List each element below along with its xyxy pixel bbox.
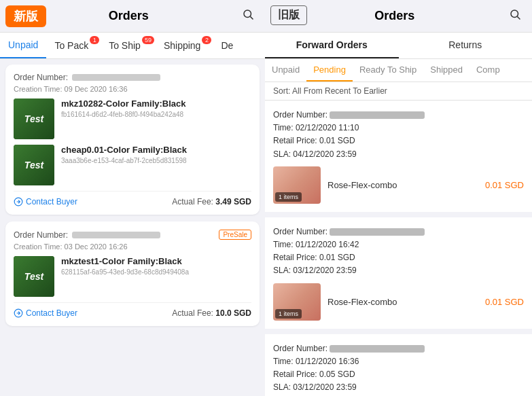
contact-buyer-btn-1[interactable]: Contact Buyer: [14, 197, 77, 206]
new-version-badge: 新版: [5, 5, 46, 27]
right-search-icon[interactable]: [509, 8, 521, 24]
right-order-number-3: [330, 345, 425, 353]
order-number-label-2: Order Number:: [14, 230, 68, 240]
old-version-badge: 旧版: [270, 5, 307, 25]
right-product-price-1: 0.01 SGD: [485, 180, 524, 190]
left-order-list: Order Number: Creation Time: 09 Dec 2020…: [0, 59, 265, 396]
tab-shipping[interactable]: Shipping 2: [156, 33, 213, 58]
fee-amount-1: 3.49 SGD: [215, 197, 251, 206]
right-product-thumb-2: 1 items: [273, 283, 321, 321]
left-tabs: Unpaid To Pack 1 To Ship 59 Shipping 2 D…: [0, 33, 265, 59]
svg-point-0: [244, 10, 251, 18]
items-badge-2: 1 items: [275, 309, 302, 319]
status-pending[interactable]: Pending: [306, 59, 353, 82]
sort-row: Sort: All From Recent To Earlier: [265, 82, 532, 101]
status-unpaid[interactable]: Unpaid: [265, 59, 306, 82]
fee-amount-2: 10.0 SGD: [215, 308, 251, 318]
tab-to-ship[interactable]: To Ship 59: [101, 33, 156, 58]
svg-point-4: [511, 10, 518, 18]
order-number-value-2: [72, 232, 160, 238]
left-search-icon[interactable]: [242, 8, 254, 24]
order-meta-1: Order Number:: [14, 73, 251, 82]
order-footer-2: Contact Buyer Actual Fee: 10.0 SGD: [14, 302, 251, 318]
svg-line-1: [250, 16, 253, 19]
product-thumb-1a: Test: [14, 98, 54, 139]
right-product-thumb-1: 1 items: [273, 166, 321, 204]
order-card-1: Order Number: Creation Time: 09 Dec 2020…: [5, 65, 260, 215]
left-header-title: Orders: [16, 9, 242, 23]
product-name-1a: mkz10282-Color Family:Black: [61, 98, 251, 109]
right-product-row-1: 1 items Rose-Flex-combo 0.01 SGD: [273, 166, 524, 204]
left-panel: 新版 ‹ Orders Unpaid To Pack 1 To Ship 59 …: [0, 0, 265, 396]
product-thumb-1b: Test: [14, 145, 54, 185]
items-badge-1: 1 items: [275, 192, 302, 202]
order-number-label-1: Order Number:: [14, 73, 68, 82]
order-footer-1: Contact Buyer Actual Fee: 3.49 SGD: [14, 191, 251, 206]
shipping-badge: 2: [202, 36, 211, 44]
right-order-item-3: Order Number: Time: 01/12/2020 16:36 Ret…: [265, 334, 532, 397]
presale-badge: PreSale: [219, 230, 251, 240]
tab-to-pack[interactable]: To Pack 1: [46, 33, 101, 58]
right-order-meta-1: Order Number: Time: 02/12/2020 11:10 Ret…: [273, 109, 524, 161]
right-product-price-2: 0.01 SGD: [485, 297, 524, 307]
product-row-1b: Test cheap0.01-Color Family:Black 3aaa3b…: [14, 145, 251, 185]
order-number-value-1: [72, 74, 160, 81]
returns-tab[interactable]: Returns: [399, 33, 533, 58]
tab-unpaid[interactable]: Unpaid: [0, 33, 46, 58]
actual-fee-1: Actual Fee: 3.49 SGD: [172, 197, 251, 206]
product-row-1a: Test mkz10282-Color Family:Black fb16161…: [14, 98, 251, 139]
status-tabs: Unpaid Pending Ready To Ship Shipped Com…: [265, 59, 532, 82]
status-shipped[interactable]: Shipped: [423, 59, 469, 82]
product-name-1b: cheap0.01-Color Family:Black: [61, 145, 251, 155]
right-panel: 旧版 ‹ Orders Forward Orders Returns Unpai…: [265, 0, 532, 396]
to-ship-badge: 59: [142, 36, 154, 44]
order-time-1: Creation Time: 09 Dec 2020 16:36: [14, 85, 251, 93]
right-product-name-2: Rose-Flex-combo: [327, 297, 478, 307]
product-info-2a: mkztest1-Color Family:Black 628115af-6a9…: [61, 256, 251, 276]
tab-delivered[interactable]: De: [213, 33, 241, 58]
product-id-1b: 3aaa3b6e-e153-4caf-ab7f-2ceb5d831598: [61, 157, 251, 164]
right-order-number-1: [330, 111, 425, 119]
product-name-2a: mkztest1-Color Family:Black: [61, 256, 251, 266]
status-completed[interactable]: Comp: [469, 59, 507, 82]
contact-buyer-btn-2[interactable]: Contact Buyer: [14, 308, 77, 318]
order-meta-2: Order Number: PreSale: [14, 230, 251, 240]
status-ready-to-ship[interactable]: Ready To Ship: [353, 59, 423, 82]
to-pack-badge: 1: [90, 36, 99, 44]
right-order-list: Order Number: Time: 02/12/2020 11:10 Ret…: [265, 101, 532, 396]
product-info-1a: mkz10282-Color Family:Black fb161614-d6d…: [61, 98, 251, 118]
right-order-number-2: [330, 228, 425, 236]
product-id-1a: fb161614-d6d2-4feb-88f0-f494ba242a48: [61, 111, 251, 118]
right-order-meta-3: Order Number: Time: 01/12/2020 16:36 Ret…: [273, 342, 524, 395]
right-header-title: Orders: [281, 9, 509, 23]
order-card-2: Order Number: PreSale Creation Time: 03 …: [5, 221, 260, 326]
right-order-meta-2: Order Number: Time: 01/12/2020 16:42 Ret…: [273, 226, 524, 278]
forward-orders-tab[interactable]: Forward Orders: [265, 33, 399, 58]
svg-line-5: [517, 16, 520, 19]
product-row-2a: Test mkztest1-Color Family:Black 628115a…: [14, 256, 251, 297]
order-time-2: Creation Time: 03 Dec 2020 16:26: [14, 242, 251, 251]
product-info-1b: cheap0.01-Color Family:Black 3aaa3b6e-e1…: [61, 145, 251, 164]
product-thumb-2a: Test: [14, 256, 54, 297]
right-product-row-2: 1 items Rose-Flex-combo 0.01 SGD: [273, 283, 524, 321]
forward-returns-tabs: Forward Orders Returns: [265, 33, 532, 59]
product-id-2a: 628115af-6a95-43ed-9d3e-68c8d949408a: [61, 268, 251, 276]
right-order-item-1: Order Number: Time: 02/12/2020 11:10 Ret…: [265, 101, 532, 217]
right-product-name-1: Rose-Flex-combo: [327, 180, 478, 190]
actual-fee-2: Actual Fee: 10.0 SGD: [172, 308, 251, 318]
right-order-item-2: Order Number: Time: 01/12/2020 16:42 Ret…: [265, 217, 532, 334]
